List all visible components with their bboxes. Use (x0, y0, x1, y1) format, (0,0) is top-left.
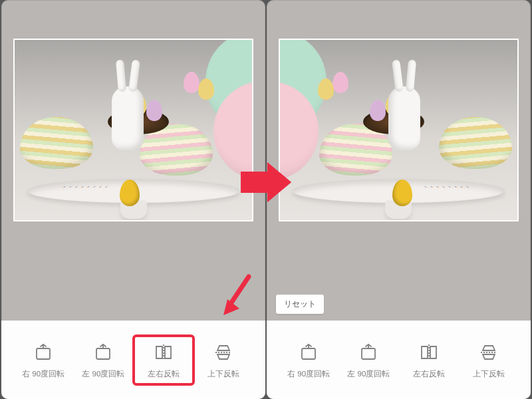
svg-rect-5 (362, 348, 375, 359)
tool-flip-horizontal[interactable]: 左右反転 (134, 336, 194, 384)
reset-button[interactable]: リセット (276, 295, 324, 314)
svg-rect-0 (37, 348, 50, 359)
rotate-right-icon (30, 341, 57, 364)
tool-flip-vertical[interactable]: 上下反転 (459, 336, 519, 384)
image-canvas[interactable]: · · · · · · · · (13, 39, 253, 221)
tool-label: 右 90度回転 (287, 369, 330, 379)
transition-arrow-icon (241, 162, 291, 202)
comparison-figure: · · · · · · · · (0, 0, 532, 399)
flip-vertical-icon (475, 341, 502, 364)
tool-label: 左 90度回転 (82, 369, 124, 379)
tool-flip-horizontal[interactable]: 左右反転 (399, 336, 459, 384)
tool-rotate-right[interactable]: 右 90度回転 (279, 336, 338, 384)
tool-label: 左右反転 (148, 369, 180, 379)
callout-arrow-icon (221, 274, 253, 314)
flip-horizontal-icon (416, 341, 442, 364)
phone-after: · · · · · · · · リセット (267, 0, 531, 399)
tool-rotate-left[interactable]: 左 90度回転 (338, 336, 398, 384)
phone-before: · · · · · · · · (1, 0, 265, 399)
tool-rotate-right[interactable]: 右 90度回転 (13, 336, 73, 384)
image-canvas[interactable]: · · · · · · · · (279, 39, 519, 221)
flip-vertical-icon (210, 341, 237, 364)
preview-image-flipped: · · · · · · · · (280, 40, 517, 220)
preview-image-original: · · · · · · · · (15, 40, 252, 220)
flip-horizontal-icon (150, 341, 177, 364)
tool-flip-vertical[interactable]: 上下反転 (194, 336, 253, 384)
tool-label: 上下反転 (207, 369, 239, 379)
svg-rect-1 (96, 348, 110, 359)
svg-rect-4 (302, 348, 315, 359)
tool-label: 上下反転 (473, 369, 505, 379)
svg-line-9 (230, 277, 249, 305)
tool-label: 右 90度回転 (22, 369, 65, 379)
tool-label: 左 90度回転 (347, 369, 390, 379)
rotate-left-icon (355, 341, 382, 364)
rotate-left-icon (90, 341, 116, 364)
svg-marker-8 (241, 162, 291, 202)
tool-label: 左右反転 (413, 369, 445, 379)
rotate-right-icon (295, 341, 322, 364)
transform-toolbar: 右 90度回転 左 90度回転 左右反転 上下反転 (267, 321, 531, 399)
transform-toolbar: 右 90度回転 左 90度回転 左右反転 上下反転 (1, 321, 265, 399)
tool-rotate-left[interactable]: 左 90度回転 (73, 336, 133, 384)
